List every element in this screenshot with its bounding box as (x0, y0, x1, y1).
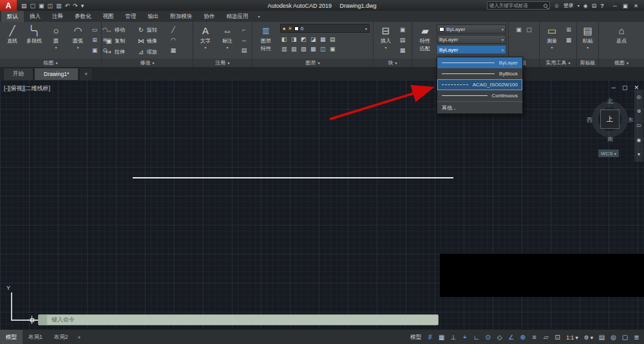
zoom-icon[interactable]: ▭ (636, 122, 641, 128)
status-icon[interactable]: ⊥ (448, 331, 459, 343)
file-tab[interactable]: Drawing1* (34, 68, 79, 80)
draw-tool-button[interactable]: ◠ 圆弧 (67, 23, 89, 59)
viewcube-east[interactable]: 东 (628, 116, 634, 124)
help-icon[interactable]: ? (600, 3, 604, 9)
app-logo-button[interactable]: A (0, 0, 17, 11)
measure-button[interactable]: ▭ 测量 (541, 23, 563, 59)
annotate-tool-button[interactable]: ⇔ 标注 (216, 23, 238, 59)
layer-tool-icon[interactable]: ◪ (309, 35, 317, 43)
layer-tool-icon[interactable]: ◫ (319, 44, 327, 53)
ribbon-tab[interactable]: 注释 (46, 11, 69, 22)
drawn-line-entity[interactable] (133, 177, 453, 178)
status-icon[interactable]: ≣ (631, 331, 642, 343)
view-panel-label[interactable]: 视图▾ (599, 59, 644, 67)
annotate-mini-icon[interactable]: ↔ (240, 35, 249, 44)
ribbon-tab[interactable]: 协作 (198, 11, 221, 22)
modify-mini-icon[interactable]: ╱ (169, 25, 178, 34)
status-icon[interactable]: ▱ (540, 331, 551, 343)
modify-mini-icon[interactable]: ▦ (169, 46, 178, 55)
match-properties-button[interactable]: ▰ 特性 匹配 (413, 23, 437, 59)
layer-tool-icon[interactable]: ▤ (328, 35, 337, 43)
utility-mini-icon[interactable]: ▦ (564, 35, 573, 44)
menu-icon[interactable]: ▤ (21, 3, 27, 9)
modify-panel-label[interactable]: 修改▾ (102, 59, 193, 67)
nav-wheel-icon[interactable]: ◎ (637, 94, 641, 100)
insert-block-button[interactable]: ⊟ 插入 (375, 23, 397, 59)
redo-icon[interactable]: ↷ (73, 3, 78, 9)
viewcube[interactable]: 北 南 西 东 上 WCS ▾ (583, 97, 638, 161)
open-file-icon[interactable]: ▣ (39, 3, 44, 9)
drawing-canvas[interactable]: [-][俯视][二维线框] ─ ▢ ✕ 北 南 西 东 上 WCS ▾ ◎ ⊕ … (0, 80, 644, 329)
status-icon[interactable]: ⊡ (552, 331, 563, 343)
block-mini-icon[interactable]: ▣ (398, 25, 407, 34)
close-button[interactable]: ✕ (634, 3, 638, 9)
ribbon-collapse-icon[interactable]: ▾ (254, 11, 264, 22)
viewcube-north[interactable]: 北 (607, 97, 613, 106)
modify-mini-icon[interactable]: ◠ (169, 35, 178, 44)
ribbon-tab[interactable]: 输出 (142, 11, 165, 22)
file-tab[interactable]: + (79, 68, 93, 80)
layer-properties-button[interactable]: ≣ 图层 特性 (254, 23, 278, 59)
layer-select-combo[interactable]: ● ☀ 0 ▾ (280, 24, 370, 33)
ribbon-tab[interactable]: 插入 (24, 11, 46, 22)
layout-tab[interactable]: 布局1 (23, 330, 48, 344)
minimize-icon[interactable]: ─ (612, 84, 616, 91)
property-combo[interactable]: ByLayer ▾ (437, 35, 506, 44)
annotate-mini-icon[interactable]: ▤ (240, 46, 249, 55)
property-combo[interactable]: ByLayer ▾ (437, 24, 506, 33)
paste-button[interactable]: ▤ 粘贴 (578, 23, 597, 59)
save-icon[interactable]: ◫ (48, 3, 53, 9)
ribbon-tab[interactable]: 管理 (120, 11, 142, 22)
nav-more-icon[interactable]: ▾ (638, 151, 640, 157)
layers-panel-label[interactable]: 图层▾ (252, 59, 373, 67)
property-combo[interactable]: ByLayer ▾ (437, 45, 506, 54)
modify-tool-button[interactable]: ↔ 移动 (103, 24, 135, 35)
ribbon-tab[interactable]: 默认 (1, 11, 24, 22)
status-icon[interactable]: ▦ (436, 331, 447, 343)
modify-tool-button[interactable]: ⊿ 缩放 (135, 46, 167, 57)
draw-tool-button[interactable]: ○ 圆 (45, 23, 67, 59)
status-icon[interactable]: ◎ (608, 331, 619, 343)
block-mini-icon[interactable]: ▦ (398, 46, 407, 55)
command-line-grip[interactable] (39, 315, 47, 325)
group-tool-icon[interactable]: ▣ (515, 25, 524, 34)
restore-icon[interactable]: ▢ (622, 84, 628, 91)
draw-mini-icon[interactable]: ▭ (90, 25, 99, 34)
status-icon[interactable]: ∠ (506, 331, 516, 343)
draw-panel-label[interactable]: 绘图▾ (0, 59, 101, 67)
search-input[interactable]: 键入关键字或短语 (487, 1, 550, 10)
ribbon-tab[interactable]: 视图 (97, 11, 120, 22)
linetype-option[interactable]: Continuous (437, 90, 522, 101)
user-avatar-icon[interactable]: ☺ (554, 3, 560, 9)
apps-store-icon[interactable]: ⊟ (592, 3, 597, 9)
layout-tab[interactable]: + (73, 330, 84, 344)
orbit-icon[interactable]: ◉ (637, 137, 641, 143)
linetype-option[interactable]: ACAD_ISO02W100 (437, 79, 522, 90)
block-panel-label[interactable]: 块▾ (374, 59, 412, 67)
ribbon-tab[interactable]: 精选应用 (221, 11, 254, 22)
layout-tab[interactable]: 布局2 (48, 330, 74, 344)
status-icon[interactable]: ▤ (596, 331, 607, 343)
layer-tool-icon[interactable]: ▥ (280, 44, 289, 53)
file-tab[interactable]: 开始 (3, 68, 33, 80)
status-icon[interactable]: 模型 (408, 331, 424, 343)
ribbon-tab[interactable]: 附加模块 (165, 11, 198, 22)
search-icon[interactable] (544, 4, 547, 8)
status-icon[interactable]: ∟ (471, 331, 482, 343)
layer-tool-icon[interactable]: ◧ (280, 35, 289, 43)
undo-icon[interactable]: ↶ (65, 3, 70, 9)
modify-tool-button[interactable]: ▣ 复制 (103, 35, 135, 46)
status-icon[interactable]: ◇ (494, 331, 505, 343)
draw-mini-icon[interactable]: ⊞ (90, 35, 99, 44)
viewcube-top-face[interactable]: 上 (600, 110, 620, 129)
status-icon[interactable]: # (424, 331, 435, 343)
linetype-option[interactable]: ByBlock (437, 68, 522, 79)
new-file-icon[interactable]: ▢ (30, 3, 36, 9)
draw-mini-icon[interactable]: ▣ (90, 46, 99, 55)
layer-tool-icon[interactable]: ▨ (299, 44, 308, 53)
viewport-controls[interactable]: [-][俯视][二维线框] (4, 84, 50, 93)
clipboard-panel-label[interactable]: 剪贴板 (577, 59, 598, 67)
ribbon-tab[interactable]: 参数化 (69, 11, 97, 22)
draw-tool-button[interactable]: ╱ 直线 (1, 23, 23, 59)
status-icon[interactable]: ⊕ (517, 331, 528, 343)
